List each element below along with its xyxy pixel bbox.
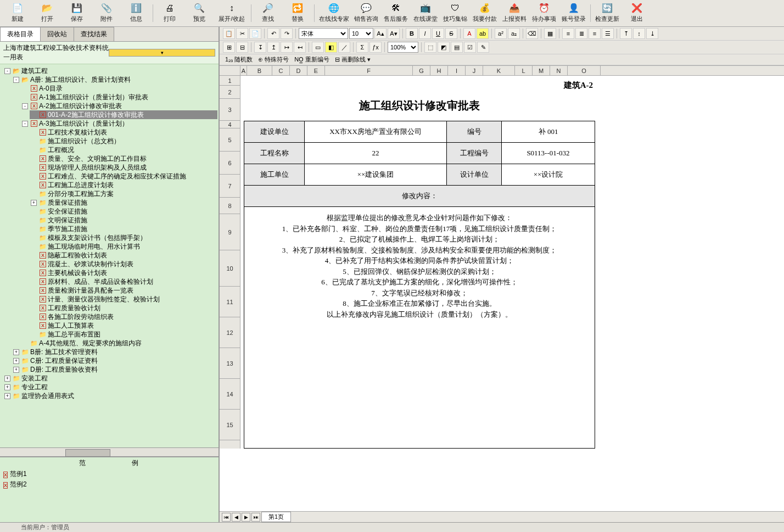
paste-button[interactable]: 📄 xyxy=(249,28,261,39)
col-J[interactable]: J xyxy=(466,66,483,75)
toolbar-我要付款[interactable]: 💰我要付款 xyxy=(471,2,499,24)
col-F[interactable]: F xyxy=(325,66,413,75)
row-7[interactable]: 7 xyxy=(220,175,240,198)
highlight-button[interactable]: ab xyxy=(477,28,489,39)
linecolor-button[interactable]: ／ xyxy=(338,42,350,53)
tree-item[interactable]: 📁工程概况 xyxy=(30,145,217,154)
fontsize-up[interactable]: A▴ xyxy=(374,28,387,39)
tree-item[interactable]: X隐蔽工程验收计划表 xyxy=(30,251,217,260)
tree-a1[interactable]: XA-1施工组织设计（质量计划）审批表 xyxy=(21,93,217,102)
example-item[interactable]: X范例1 xyxy=(0,469,219,479)
value-bh[interactable]: 补 001 xyxy=(502,121,595,143)
tree-item[interactable]: X工程施工总进度计划表 xyxy=(30,181,217,189)
col-I[interactable]: I xyxy=(448,66,466,75)
spreadsheet[interactable]: ABCDEFGHIJKLMNO 123456789101112131415 建筑… xyxy=(220,66,784,511)
tree-root[interactable]: -📂建筑工程 xyxy=(3,66,217,75)
tree-item[interactable]: X原材料、成品、半成品设备检验计划 xyxy=(30,277,217,286)
sheet-first[interactable]: ⏮ xyxy=(222,513,231,522)
toolbar-在线找专家[interactable]: 🌐在线找专家 xyxy=(317,2,351,24)
fontsize-select[interactable]: 10 xyxy=(349,28,373,39)
tree-item[interactable]: X混凝土、砂浆试块制作计划表 xyxy=(30,260,217,268)
col-G[interactable]: G xyxy=(413,66,430,75)
left-tab-2[interactable]: 查找结果 xyxy=(74,27,114,41)
sum-button[interactable]: Σ xyxy=(356,42,368,53)
toolbar-账号登录[interactable]: 👤账号登录 xyxy=(559,2,588,24)
copy-button[interactable]: 📋 xyxy=(223,28,235,39)
valign-top-button[interactable]: ⤒ xyxy=(620,28,632,39)
tree-item[interactable]: 📁季节施工措施 xyxy=(30,225,217,233)
value-gcbh[interactable]: S0113--01-032 xyxy=(502,143,595,164)
del-row-button[interactable]: ↥ xyxy=(267,42,279,53)
toolbar-附件[interactable]: 📎附件 xyxy=(92,2,121,24)
sheet-tab-1[interactable]: 第1页 xyxy=(261,512,291,522)
split-button[interactable]: ⊟ xyxy=(236,42,248,53)
tree-item[interactable]: X各施工阶段劳动组织表 xyxy=(30,312,217,321)
rand-label[interactable]: 1₂₃ 随机数 xyxy=(223,55,255,64)
fontcolor-button[interactable]: A xyxy=(463,28,475,39)
row-13[interactable]: 13 xyxy=(220,348,240,379)
left-hscroll[interactable] xyxy=(0,447,219,456)
col-E[interactable]: E xyxy=(307,66,325,75)
zoom-select[interactable]: 100% xyxy=(388,42,418,53)
align-justify-button[interactable]: ☰ xyxy=(602,28,614,39)
toolbar-预览[interactable]: 🔍预览 xyxy=(185,2,214,24)
ins-col-button[interactable]: ↦ xyxy=(281,42,293,53)
sheet-last[interactable]: ⏭ xyxy=(251,513,260,522)
row-1[interactable]: 1 xyxy=(220,76,240,86)
value-jsdw[interactable]: XX市XX房地产置业有限公司 xyxy=(305,121,447,143)
border-button[interactable]: ▭ xyxy=(312,42,324,53)
tree-item[interactable]: 📁安全保证措施 xyxy=(30,207,217,216)
tree-item[interactable]: 📁分部分项工程施工方案 xyxy=(30,189,217,198)
tree-a0[interactable]: XA-0目录 xyxy=(21,84,217,93)
row-5[interactable]: 5 xyxy=(220,128,240,152)
toolbar-检查更新[interactable]: 🔄检查更新 xyxy=(593,2,621,24)
row-9[interactable]: 9 xyxy=(220,214,240,250)
misc-btn-4[interactable]: ☑ xyxy=(464,42,476,53)
subscript-button[interactable]: a₂ xyxy=(508,28,520,39)
sheet-prev[interactable]: ◀ xyxy=(232,513,240,522)
misc-btn-1[interactable]: ⬚ xyxy=(424,42,436,53)
col-D[interactable]: D xyxy=(290,66,307,75)
col-K[interactable]: K xyxy=(483,66,515,75)
misc-btn-5[interactable]: ✎ xyxy=(477,42,489,53)
toolbar-信息[interactable]: ℹ️信息 xyxy=(122,2,150,24)
tree-other1[interactable]: +📁安装工程 xyxy=(3,374,217,383)
example-item[interactable]: X范例2 xyxy=(0,479,219,490)
toolbar-打开[interactable]: 📂打开 xyxy=(33,2,61,24)
fx-button[interactable]: ƒx xyxy=(369,42,382,53)
left-tab-1[interactable]: 回收站 xyxy=(40,27,74,41)
value-sjdw[interactable]: ××设计院 xyxy=(502,164,595,186)
tree-view[interactable]: -📂建筑工程-📂A册: 施工组织设计、质量计划资料XA-0目录XA-1施工组织设… xyxy=(0,64,219,447)
del-col-button[interactable]: ↤ xyxy=(294,42,306,53)
tree-other3[interactable]: +📁监理协会通用表式 xyxy=(3,391,217,400)
col-C[interactable]: C xyxy=(272,66,290,75)
strikeline-label[interactable]: ⊟ 画删除线 ▾ xyxy=(333,55,373,64)
row-6[interactable]: 6 xyxy=(220,152,240,175)
italic-button[interactable]: I xyxy=(419,28,431,39)
toolbar-在线课堂[interactable]: 📺在线课堂 xyxy=(411,2,440,24)
toolbar-替换[interactable]: 🔁替换 xyxy=(283,2,312,24)
undo-button[interactable]: ↶ xyxy=(267,28,279,39)
underline-button[interactable]: U xyxy=(432,28,444,39)
clearfmt-button[interactable]: ⌫ xyxy=(526,28,538,39)
tree-item[interactable]: X工程难点、关键工序的确定及相应技术保证措施 xyxy=(30,172,217,181)
font-select[interactable]: 宋体 xyxy=(299,28,348,39)
toolbar-销售咨询[interactable]: 💬销售咨询 xyxy=(352,2,380,24)
misc-btn-2[interactable]: ◩ xyxy=(438,42,450,53)
tree-item[interactable]: X工程质量验收计划 xyxy=(30,304,217,312)
toolbar-上报资料[interactable]: 📤上报资料 xyxy=(500,2,529,24)
row-3[interactable]: 3 xyxy=(220,99,240,121)
tree-item[interactable]: 📁施工现场临时用电、用水计算书 xyxy=(30,242,217,251)
toolbar-售后服务[interactable]: 🛠售后服务 xyxy=(382,2,410,24)
col-A[interactable]: A xyxy=(240,66,247,75)
toolbar-查找[interactable]: 🔎查找 xyxy=(254,2,282,24)
tree-item[interactable]: 📁文明保证措施 xyxy=(30,216,217,225)
special-label[interactable]: ⊕ 特殊符号 xyxy=(256,55,291,64)
grid-button[interactable]: ▦ xyxy=(544,28,556,39)
tree-b-book[interactable]: +📁B册: 施工技术管理资料 xyxy=(12,348,217,356)
value-gcmc[interactable]: 22 xyxy=(305,143,447,164)
col-L[interactable]: L xyxy=(515,66,533,75)
superscript-button[interactable]: a² xyxy=(495,28,507,39)
tree-a2[interactable]: -XA-2施工组织设计修改审批表 xyxy=(21,102,217,110)
renumber-label[interactable]: NO̲ 重新编号 xyxy=(292,55,332,64)
